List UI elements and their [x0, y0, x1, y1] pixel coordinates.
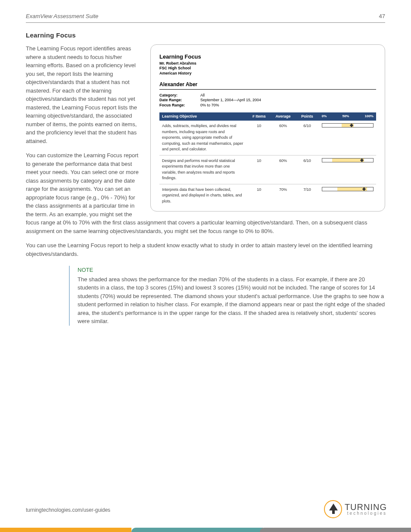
- col-scale: 0% 50% 100%: [319, 112, 376, 121]
- report-meta: Category: Date Range: Focus Range: All S…: [159, 93, 376, 108]
- cell-objective: Interprets data that have been collected…: [159, 184, 247, 207]
- cell-objective: Adds, subtracts, multiplies, and divides…: [159, 121, 247, 155]
- note-block: NOTE The shaded area shows the performan…: [69, 266, 385, 326]
- cell-average: 60%: [271, 155, 295, 184]
- meta-label-daterange: Date Range:: [159, 98, 200, 103]
- scale-50: 50%: [342, 114, 349, 119]
- report-student: Alexander Aber: [159, 81, 376, 90]
- cell-points: 6/10: [295, 121, 319, 155]
- cell-items: 10: [247, 121, 271, 155]
- cell-chart: [319, 184, 376, 207]
- cell-objective: Designs and performs real-world statisti…: [159, 155, 247, 184]
- logo-icon: [324, 500, 342, 518]
- meta-label-focusrange: Focus Range:: [159, 103, 200, 108]
- scale-100: 100%: [365, 114, 374, 119]
- footer-logo: TURNING technologies: [324, 500, 387, 518]
- table-row: Interprets data that have been collected…: [159, 184, 376, 207]
- col-points: Points: [295, 112, 319, 121]
- cell-points: 7/10: [295, 184, 319, 207]
- footer-color-bar: [0, 528, 411, 532]
- cell-average: 60%: [271, 121, 295, 155]
- note-body: The shaded area shows the performance fo…: [78, 275, 385, 326]
- cell-items: 10: [247, 184, 271, 207]
- cell-items: 10: [247, 155, 271, 184]
- page-header: ExamView Assessment Suite 47: [26, 12, 385, 23]
- report-course: American History: [159, 71, 376, 76]
- col-items: # Items: [247, 112, 271, 121]
- meta-value-category: All: [200, 93, 261, 98]
- cell-chart: [319, 155, 376, 184]
- report-title: Learning Focus: [159, 53, 376, 61]
- cell-chart: [319, 121, 376, 155]
- cell-average: 70%: [271, 184, 295, 207]
- paragraph-3: You can use the Learning Focus report to…: [26, 241, 385, 258]
- product-title: ExamView Assessment Suite: [26, 12, 98, 21]
- meta-value-daterange: September 1, 2004—April 15, 2004: [200, 98, 261, 103]
- report-school: FSC High School: [159, 66, 376, 71]
- page-number: 47: [379, 12, 385, 21]
- note-label: NOTE: [78, 266, 385, 274]
- col-average: Average: [271, 112, 295, 121]
- col-objective: Learning Objective: [159, 112, 247, 121]
- meta-value-focusrange: 0% to 70%: [200, 103, 261, 108]
- meta-label-category: Category:: [159, 93, 200, 98]
- logo-text-main: TURNING: [345, 503, 387, 511]
- table-row: Adds, subtracts, multiplies, and divides…: [159, 121, 376, 155]
- section-heading: Learning Focus: [26, 31, 385, 40]
- table-row: Designs and performs real-world statisti…: [159, 155, 376, 184]
- report-screenshot: Learning Focus Mr. Robert Abrahms FSC Hi…: [150, 44, 385, 212]
- footer-url: turningtechnologies.com/user-guides: [26, 506, 110, 514]
- report-table: Learning Objective # Items Average Point…: [159, 112, 376, 207]
- cell-points: 6/10: [295, 155, 319, 184]
- scale-0: 0%: [322, 114, 327, 119]
- report-teacher: Mr. Robert Abrahms: [159, 61, 376, 66]
- logo-text-sub: technologies: [345, 511, 387, 516]
